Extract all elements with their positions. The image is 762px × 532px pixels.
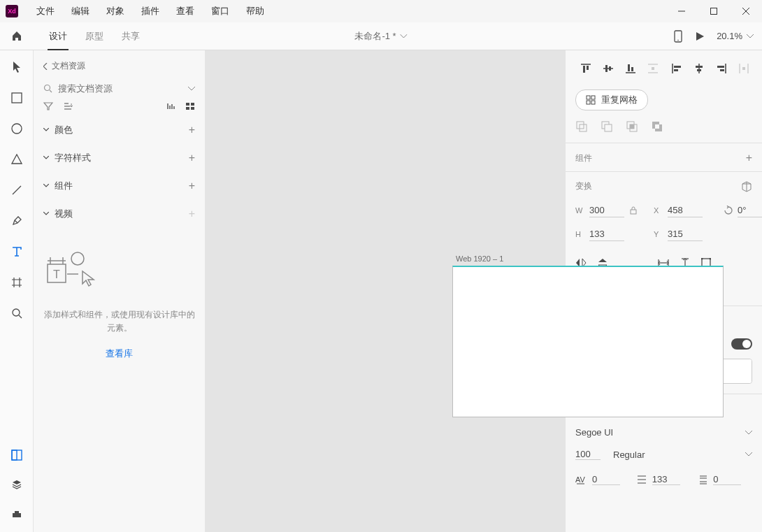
list-view-icon[interactable] (166, 102, 175, 110)
svg-rect-28 (587, 66, 589, 70)
font-family-select[interactable]: Segoe UI (566, 422, 762, 443)
minimize-button[interactable] (666, 0, 698, 22)
svg-rect-30 (605, 65, 608, 72)
zoom-tool[interactable] (6, 306, 28, 320)
align-bottom[interactable] (620, 60, 641, 77)
home-button[interactable] (0, 30, 34, 43)
view-library-link[interactable]: 查看库 (43, 347, 195, 360)
char-spacing-input[interactable] (592, 474, 620, 485)
align-top[interactable] (575, 60, 596, 77)
zoom-value: 20.1% (717, 31, 742, 41)
artboard[interactable] (452, 266, 724, 417)
y-label: Y (654, 230, 663, 238)
svg-rect-27 (583, 66, 585, 73)
bool-subtract[interactable] (601, 120, 614, 134)
sort-icon[interactable] (63, 102, 73, 110)
bool-add[interactable] (575, 120, 589, 134)
add-charstyle-button[interactable]: + (189, 152, 195, 164)
align-middle-v[interactable] (598, 60, 619, 77)
filter-icon[interactable] (43, 102, 53, 110)
mode-tabs: 设计 原型 共享 (41, 23, 148, 50)
svg-rect-60 (630, 124, 634, 129)
ellipse-tool[interactable] (6, 122, 28, 136)
section-charstyles[interactable]: 字符样式+ (34, 144, 205, 172)
menu-view[interactable]: 查看 (169, 1, 201, 22)
artboard-label[interactable]: Web 1920 – 1 (456, 254, 503, 263)
x-input[interactable] (668, 203, 703, 217)
plugins-button[interactable] (6, 507, 28, 521)
close-button[interactable] (730, 0, 762, 22)
align-center-h[interactable] (689, 60, 710, 77)
distribute-v[interactable] (642, 60, 663, 77)
repeat-grid-button[interactable]: 重复网格 (575, 89, 648, 110)
artboard-tool[interactable] (6, 275, 28, 289)
rectangle-tool[interactable] (6, 91, 28, 105)
responsive-toggle[interactable] (731, 338, 752, 350)
assets-search-input[interactable] (58, 83, 182, 94)
width-input[interactable] (589, 203, 624, 217)
mobile-preview-button[interactable] (673, 30, 683, 43)
assets-empty: T 添加样式和组件，或使用现有设计库中的元素。 查看库 (34, 228, 205, 360)
distribute-h[interactable] (733, 60, 754, 77)
font-size-input[interactable] (575, 449, 601, 460)
svg-line-10 (19, 315, 22, 318)
bool-exclude[interactable] (651, 120, 665, 134)
align-left[interactable] (666, 60, 687, 77)
document-title[interactable]: 未命名-1 * (354, 30, 407, 43)
bool-intersect[interactable] (626, 120, 640, 134)
section-components[interactable]: 组件+ (34, 172, 205, 200)
y-input[interactable] (668, 227, 703, 241)
height-input[interactable] (589, 227, 624, 241)
section-videos[interactable]: 视频+ (34, 200, 205, 228)
add-color-button[interactable]: + (189, 124, 195, 136)
menu-edit[interactable]: 编辑 (64, 1, 96, 22)
svg-rect-16 (191, 103, 194, 106)
svg-rect-15 (186, 103, 189, 106)
font-weight-select[interactable]: Regular (613, 450, 752, 460)
play-preview-button[interactable] (694, 31, 705, 42)
menu-plugins[interactable]: 插件 (134, 1, 166, 22)
menu-object[interactable]: 对象 (99, 1, 131, 22)
canvas[interactable]: Web 1920 – 1 (206, 50, 565, 532)
grid-view-icon[interactable] (185, 102, 195, 110)
para-spacing-input[interactable] (713, 474, 741, 485)
add-component-button[interactable]: + (189, 180, 195, 192)
assets-back[interactable]: 文档资源 (34, 60, 205, 79)
section-transform: 变换 (566, 171, 762, 199)
3d-transform-icon[interactable] (741, 181, 752, 192)
svg-rect-63 (655, 124, 659, 129)
select-tool[interactable] (6, 60, 28, 74)
window-buttons (666, 0, 762, 22)
polygon-tool[interactable] (6, 152, 28, 166)
tab-design[interactable]: 设计 (41, 23, 76, 50)
libraries-button[interactable] (6, 448, 28, 462)
lock-aspect-icon[interactable] (630, 206, 649, 215)
line-tool[interactable] (6, 183, 28, 197)
rotation-input[interactable] (738, 203, 762, 217)
add-component-button[interactable]: + (746, 152, 752, 164)
layers-button[interactable] (6, 477, 28, 491)
tab-share[interactable]: 共享 (113, 23, 148, 50)
svg-point-5 (677, 39, 679, 41)
assets-search[interactable] (43, 83, 195, 94)
align-right[interactable] (711, 60, 732, 77)
section-colors[interactable]: 颜色+ (34, 116, 205, 144)
tab-prototype[interactable]: 原型 (77, 23, 112, 50)
zoom-dropdown[interactable]: 20.1% (717, 31, 754, 41)
chevron-down-icon (43, 212, 49, 216)
text-tool[interactable] (6, 245, 28, 259)
assets-panel: 文档资源 颜色+ 字符样式+ 组件+ 视频+ T (34, 50, 206, 532)
chevron-down-icon (43, 128, 49, 132)
svg-point-13 (45, 85, 50, 91)
menu-help[interactable]: 帮助 (239, 1, 271, 22)
svg-text:T: T (53, 268, 60, 280)
menu-window[interactable]: 窗口 (204, 1, 236, 22)
add-video-button[interactable]: + (189, 208, 195, 220)
maximize-button[interactable] (698, 0, 730, 22)
pen-tool[interactable] (6, 214, 28, 228)
menu-file[interactable]: 文件 (29, 1, 62, 22)
svg-rect-6 (12, 93, 22, 103)
titlebar: Xd 文件 编辑 对象 插件 查看 窗口 帮助 (0, 0, 762, 22)
line-height-input[interactable] (652, 474, 680, 485)
rotate-icon[interactable] (724, 206, 733, 215)
